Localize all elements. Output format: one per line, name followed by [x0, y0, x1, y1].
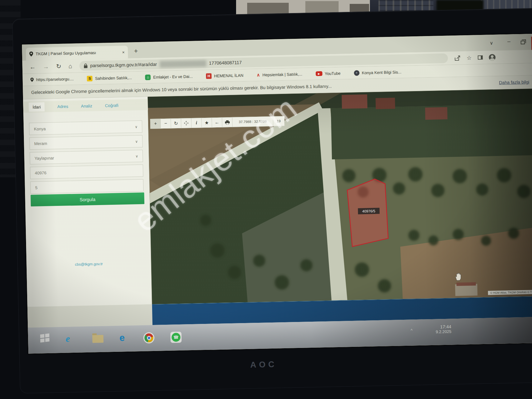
tab-title: TKGM | Parsel Sorgu Uygulaması: [36, 50, 120, 56]
parcel-no-input[interactable]: 5: [30, 179, 144, 194]
hepsiemlak-icon: ∧: [257, 72, 260, 78]
page-content: İdari Adres Analiz Coğrafi Konya ∨ Meram…: [23, 89, 532, 307]
internet-explorer-icon[interactable]: e: [66, 333, 70, 344]
tab-analiz[interactable]: Analiz: [81, 103, 92, 108]
bookmark-sahibinden[interactable]: S Sahibinden Satılık,...: [87, 75, 132, 81]
new-tab-button[interactable]: +: [134, 47, 138, 55]
satellite-map[interactable]: 40976/5 + − ↻ i ★ ←: [148, 89, 532, 304]
chevron-down-icon: ∨: [135, 125, 138, 129]
tray-expand-icon[interactable]: ^: [411, 328, 413, 332]
bookmark-label: Konya Kent Bilgi Sis...: [362, 70, 401, 75]
bookmark-star-icon[interactable]: ☆: [467, 54, 472, 61]
konya-emblem-icon: ✦: [354, 70, 359, 76]
contact-email-link[interactable]: cbs@tkgm.gov.tr: [27, 261, 151, 267]
screen: TKGM | Parsel Sorgu Uygulaması × + ∨ – ←…: [22, 34, 532, 354]
youtube-icon: ▶: [316, 71, 322, 76]
url-prefix: parselsorgu.tkgm.gov.tr/#ara/idar: [90, 62, 157, 68]
province-select[interactable]: Konya ∨: [29, 121, 142, 135]
map-zoom-out-button[interactable]: −: [160, 118, 171, 129]
tab-idari[interactable]: İdari: [29, 102, 45, 112]
hemenal-icon: H: [206, 73, 211, 79]
bookmark-label: Hepsiemlak | Satılık,...: [262, 72, 302, 77]
block-no-value: 40976: [35, 168, 139, 175]
map-info-button[interactable]: i: [191, 118, 202, 128]
bookmark-label: Sahibinden Satılık,...: [95, 75, 132, 81]
province-value: Konya: [34, 124, 135, 131]
monitor-brand-logo: AOC: [241, 359, 286, 370]
map-measure-button[interactable]: ←: [212, 117, 222, 128]
bookmark-label: https://parselsorgu....: [36, 76, 74, 82]
browser-tab[interactable]: TKGM | Parsel Sorgu Uygulaması ×: [26, 46, 128, 61]
profile-avatar[interactable]: [489, 54, 495, 60]
system-clock[interactable]: 17:44 9.2.2025: [436, 324, 451, 334]
map-print-button[interactable]: [222, 117, 233, 127]
tab-adres[interactable]: Adres: [57, 104, 68, 109]
edge-icon[interactable]: e: [119, 332, 125, 343]
bookmark-youtube[interactable]: ▶ YouTube: [316, 71, 341, 76]
toolbar-right-icons: ☆: [454, 54, 495, 61]
parcel-label: 40976/5: [362, 209, 375, 213]
clock-date: 9.2.2025: [436, 329, 451, 334]
file-explorer-icon[interactable]: [92, 335, 104, 343]
clock-time: 17:44: [436, 324, 451, 329]
photo-background: TKGM | Parsel Sorgu Uygulaması × + ∨ – ←…: [0, 0, 532, 399]
chrome-icon[interactable]: [143, 332, 155, 344]
restore-button[interactable]: [521, 41, 525, 44]
notification-more-link[interactable]: Daha fazla bilgi: [499, 80, 530, 85]
bookmark-parselsorgu[interactable]: https://parselsorgu....: [30, 76, 74, 82]
block-no-input[interactable]: 40976: [30, 165, 143, 179]
highlighted-parcel[interactable]: 40976/5: [347, 179, 388, 247]
lock-icon: [84, 63, 87, 68]
chevron-down-icon: ∨: [135, 139, 138, 144]
district-value: Meram: [34, 139, 135, 146]
tab-close-icon[interactable]: ×: [122, 50, 125, 54]
site-pin-icon: [29, 52, 33, 57]
url-redaction: [160, 60, 206, 68]
whatsapp-phone-glyph: ☎: [172, 333, 181, 342]
home-button[interactable]: ⌂: [68, 62, 72, 70]
neighborhood-value: Yaylapınar: [34, 154, 135, 161]
tab-cografi[interactable]: Coğrafi: [105, 103, 119, 108]
map-coordinates: 37.7988 : 32.5098: [232, 116, 273, 127]
start-button[interactable]: [40, 333, 50, 343]
sorgula-button[interactable]: Sorgula: [30, 193, 144, 207]
parcel-no-value: 5: [35, 183, 139, 190]
neighborhood-select[interactable]: Yaylapınar ∨: [30, 150, 143, 165]
url-suffix: 1770648087117: [209, 60, 242, 66]
tab-search-icon[interactable]: ∨: [490, 40, 493, 46]
monitor: TKGM | Parsel Sorgu Uygulaması × + ∨ – ←…: [12, 8, 532, 393]
side-panel-icon[interactable]: [478, 55, 483, 60]
map-pan-button[interactable]: [181, 118, 192, 128]
back-button[interactable]: ←: [29, 63, 36, 70]
map-attribution: © HGM Atlas, TKGM Ortofoto © TKGM: [488, 290, 532, 295]
hand-cursor: [454, 273, 462, 281]
share-icon[interactable]: [454, 55, 461, 61]
bookmark-hemenal[interactable]: H HEMENAL İLAN: [206, 72, 243, 79]
sidebar-bottom-strip: [27, 304, 152, 328]
map-refresh-button[interactable]: ↻: [171, 118, 181, 129]
minimize-button[interactable]: –: [507, 38, 511, 45]
query-sidebar: İdari Adres Analiz Coğrafi Konya ∨ Meram…: [23, 97, 152, 307]
sahibinden-icon: S: [87, 76, 93, 81]
whatsapp-icon[interactable]: ☎: [170, 332, 182, 343]
map-zoom-in-button[interactable]: +: [150, 119, 161, 129]
bookmark-konya-kent[interactable]: ✦ Konya Kent Bilgi Sis...: [354, 69, 401, 76]
chevron-down-icon: ∨: [135, 154, 138, 158]
map-favorite-button[interactable]: ★: [201, 117, 212, 128]
map-zoom-level: 19: [273, 116, 285, 126]
bookmark-label: HEMENAL İLAN: [214, 73, 243, 78]
reload-button[interactable]: ↻: [56, 63, 61, 70]
query-tabs: İdari Adres Analiz Coğrafi: [23, 99, 148, 112]
bookmark-label: Emlakjet - Ev ve Dai...: [153, 74, 193, 79]
forward-button[interactable]: →: [43, 63, 49, 70]
pin-icon: [30, 77, 34, 82]
district-select[interactable]: Meram ∨: [29, 135, 143, 150]
bookmark-emlakjet[interactable]: ⌂ Emlakjet - Ev ve Dai...: [145, 73, 193, 80]
bookmark-label: YouTube: [325, 71, 341, 76]
emlakjet-icon: ⌂: [145, 74, 151, 80]
bookmark-hepsiemlak[interactable]: ∧ Hepsiemlak | Satılık,...: [257, 71, 302, 78]
